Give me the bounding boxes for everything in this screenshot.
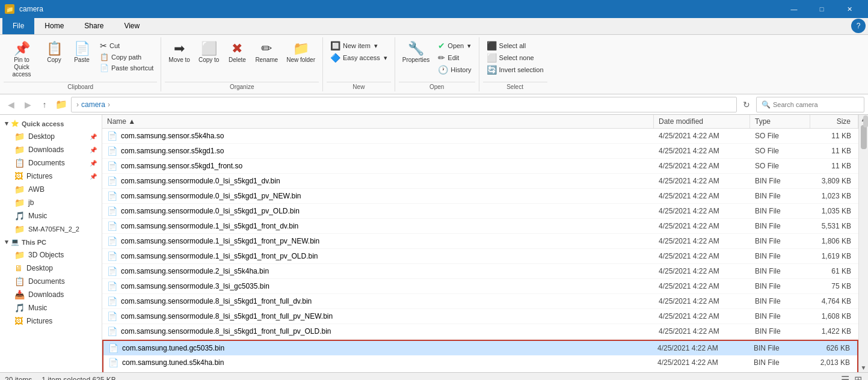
search-input[interactable] <box>773 101 859 108</box>
sidebar-item-jb[interactable]: 📁 jb <box>0 196 102 209</box>
minimize-button[interactable]: — <box>780 0 808 18</box>
sidebar-section-quick-access[interactable]: ▾ ⭐ Quick access <box>0 117 102 130</box>
sidebar-section-this-pc[interactable]: ▾ 💻 This PC <box>0 236 102 248</box>
new-folder-button[interactable]: 📁 New folder <box>283 40 319 66</box>
cut-button[interactable]: ✂ Cut <box>96 40 157 52</box>
sidebar-item-desktop[interactable]: 📁 Desktop 📌 <box>0 130 102 143</box>
table-row[interactable]: 📄 com.samsung.sensormodule.0_lsi_s5kgd1_… <box>102 189 858 204</box>
history-button[interactable]: 🕐 History <box>434 64 475 76</box>
sidebar-item-documents[interactable]: 📋 Documents 📌 <box>0 156 102 170</box>
sidebar-item-3d-objects[interactable]: 📁 3D Objects <box>0 248 102 262</box>
table-row[interactable]: 📄 com.samsung.sensormodule.1_lsi_s5kgd1_… <box>102 234 858 249</box>
header-size[interactable]: Size <box>810 115 858 128</box>
table-row[interactable]: 📄 com.samsung.sensormodule.0_lsi_s5kgd1_… <box>102 204 858 219</box>
new-item-button[interactable]: 🔲 New item ▾ <box>327 40 391 52</box>
copy-button[interactable]: 📋 Copy <box>41 40 67 66</box>
file-date: 4/25/2021 4:22 AM <box>654 281 750 292</box>
table-row[interactable]: 📄 com.samsung.tuned.s5k4ha.bin 4/25/2021… <box>102 355 858 370</box>
table-row[interactable]: 📄 com.samsung.tuned.gc5035.bin 4/25/2021… <box>102 340 858 355</box>
table-row[interactable]: 📄 com.samsung.tuned.s5kgd1.bin 4/25/2021… <box>102 370 858 372</box>
sidebar-item-documents-pc[interactable]: 📋 Documents <box>0 275 102 288</box>
table-row[interactable]: 📄 com.samsung.sensor.s5kgd1.so 4/25/2021… <box>102 144 858 159</box>
app-icon: 📁 <box>5 4 14 14</box>
refresh-button[interactable]: ↻ <box>739 97 754 112</box>
address-path[interactable]: › camera › <box>71 97 737 112</box>
desktop-pc-icon: 🖥 <box>14 263 23 273</box>
open-button[interactable]: ✔ Open ▾ <box>434 40 475 52</box>
file-type-icon: 📄 <box>108 343 119 353</box>
scrollbar-right[interactable]: ▲ ▼ <box>858 115 868 372</box>
header-type[interactable]: Type <box>750 115 810 128</box>
forward-button[interactable]: ▶ <box>20 97 35 112</box>
details-view-button[interactable]: ☰ <box>840 374 851 380</box>
sidebar-item-pictures-pc[interactable]: 🖼 Pictures <box>0 314 102 328</box>
edit-button[interactable]: ✏ Edit <box>434 52 475 64</box>
sidebar-item-sm[interactable]: 📁 SM-A705FN_2_2 <box>0 222 102 236</box>
sidebar-item-desktop-pc[interactable]: 🖥 Desktop <box>0 262 102 275</box>
properties-button[interactable]: 🔧 Properties <box>399 40 434 66</box>
select-none-button[interactable]: ⬜ Select none <box>483 52 547 64</box>
scroll-handle[interactable] <box>861 125 867 149</box>
header-date[interactable]: Date modified <box>654 115 750 128</box>
move-to-button[interactable]: ➡ Move to <box>165 40 194 66</box>
table-row[interactable]: 📄 com.samsung.sensormodule.8_lsi_s5kgd1_… <box>102 324 858 339</box>
table-row[interactable]: 📄 com.samsung.sensor.s5kgd1_front.so 4/2… <box>102 159 858 174</box>
file-rows: 📄 com.samsung.sensor.s5k4ha.so 4/25/2021… <box>102 129 858 372</box>
address-path-item[interactable]: camera <box>81 100 105 109</box>
invert-selection-button[interactable]: 🔄 Invert selection <box>483 64 547 76</box>
file-size: 11 KB <box>810 146 858 156</box>
pictures-pc-icon: 🖼 <box>14 316 23 326</box>
3d-objects-icon: 📁 <box>14 250 25 260</box>
title-bar: 📁 camera — □ ✕ <box>0 0 868 18</box>
table-row[interactable]: 📄 com.samsung.sensormodule.8_lsi_s5kgd1_… <box>102 309 858 324</box>
file-size: 11 KB <box>810 161 858 171</box>
sidebar-item-label: Desktop <box>26 264 53 272</box>
sidebar-item-pictures[interactable]: 🖼 Pictures 📌 <box>0 170 102 183</box>
tab-share[interactable]: Share <box>74 17 114 34</box>
table-row[interactable]: 📄 com.samsung.sensormodule.3_lsi_gc5035.… <box>102 279 858 294</box>
file-type-icon: 📄 <box>107 311 117 321</box>
sidebar-item-downloads-pc[interactable]: 📥 Downloads <box>0 288 102 301</box>
sidebar-item-awb[interactable]: 📁 AWB <box>0 183 102 196</box>
copy-to-icon: ⬜ <box>201 42 217 55</box>
sidebar-item-music[interactable]: 🎵 Music <box>0 209 102 222</box>
music-pc-icon: 🎵 <box>14 303 25 313</box>
table-row[interactable]: 📄 com.samsung.sensormodule.0_lsi_s5kgd1_… <box>102 174 858 189</box>
sidebar-item-label: AWB <box>28 185 45 194</box>
table-row[interactable]: 📄 com.samsung.sensormodule.1_lsi_s5kgd1_… <box>102 219 858 234</box>
delete-button[interactable]: ✖ Delete <box>224 40 250 66</box>
scroll-down-arrow[interactable]: ▼ <box>861 364 867 371</box>
table-row[interactable]: 📄 com.samsung.sensormodule.1_lsi_s5kgd1_… <box>102 249 858 264</box>
title-text: camera <box>19 5 780 13</box>
table-row[interactable]: 📄 com.samsung.sensor.s5k4ha.so 4/25/2021… <box>102 129 858 144</box>
file-date: 4/25/2021 4:22 AM <box>654 146 750 156</box>
tab-file[interactable]: File <box>2 17 34 34</box>
select-all-button[interactable]: ⬛ Select all <box>483 40 547 52</box>
select-label: Select <box>483 82 547 91</box>
maximize-button[interactable]: □ <box>808 0 836 18</box>
help-button[interactable]: ? <box>851 19 866 33</box>
copy-path-button[interactable]: 📋 Copy path <box>96 52 157 63</box>
up-button[interactable]: ↑ <box>37 97 52 112</box>
back-button[interactable]: ◀ <box>4 97 18 112</box>
table-row[interactable]: 📄 com.samsung.sensormodule.8_lsi_s5kgd1_… <box>102 294 858 309</box>
sidebar-item-downloads[interactable]: 📁 Downloads 📌 <box>0 143 102 156</box>
table-row[interactable]: 📄 com.samsung.sensormodule.2_lsi_s5k4ha.… <box>102 264 858 279</box>
tab-view[interactable]: View <box>114 17 150 34</box>
open-small-buttons: ✔ Open ▾ ✏ Edit 🕐 History <box>434 40 475 76</box>
close-button[interactable]: ✕ <box>836 0 863 18</box>
rename-button[interactable]: ✏ Rename <box>251 40 282 66</box>
pictures-icon: 🖼 <box>14 171 23 181</box>
sidebar-item-label: Downloads <box>28 146 64 154</box>
copy-path-icon: 📋 <box>100 53 109 61</box>
pin-to-quick-access-button[interactable]: 📌 Pin to Quick access <box>4 40 40 81</box>
paste-shortcut-button[interactable]: 📄 Paste shortcut <box>96 63 157 73</box>
paste-button[interactable]: 📄 Paste <box>69 40 95 66</box>
header-name[interactable]: Name ▲ <box>102 115 654 128</box>
tiles-view-button[interactable]: ⊞ <box>853 374 863 380</box>
easy-access-button[interactable]: 🔷 Easy access ▾ <box>327 52 391 64</box>
sidebar-item-music-pc[interactable]: 🎵 Music <box>0 301 102 314</box>
copy-to-button[interactable]: ⬜ Copy to <box>195 40 223 66</box>
file-name-col: 📄 com.samsung.sensormodule.8_lsi_s5kgd1_… <box>102 325 654 337</box>
tab-home[interactable]: Home <box>34 17 74 34</box>
